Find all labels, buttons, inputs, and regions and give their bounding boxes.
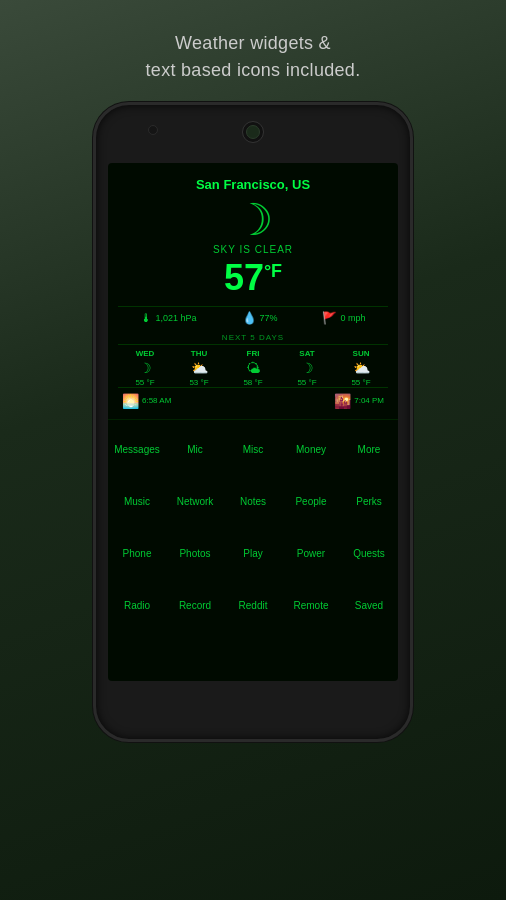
wed-label: WED <box>136 349 155 358</box>
temp-unit: °F <box>264 261 282 281</box>
sat-icon: ☽ <box>301 360 314 376</box>
wed-temp: 55 °F <box>135 378 154 387</box>
forecast-fri: FRI 🌤 58 °F <box>243 349 262 387</box>
app-item-perks[interactable]: Perks <box>340 476 398 528</box>
app-item-record[interactable]: Record <box>166 580 224 632</box>
sky-status: SKY IS CLEAR <box>213 244 293 255</box>
app-item-more[interactable]: More <box>340 424 398 476</box>
phone-screen: San Francisco, US ☽ SKY IS CLEAR 57°F 🌡 … <box>108 163 398 681</box>
app-item-remote[interactable]: Remote <box>282 580 340 632</box>
sun-label: SUN <box>353 349 370 358</box>
app-item-people[interactable]: People <box>282 476 340 528</box>
sunset-icon: 🌇 <box>334 393 351 409</box>
forecast-thu: THU ⛅ 53 °F <box>189 349 208 387</box>
stat-wind: 🚩 0 mph <box>322 311 365 325</box>
humidity-value: 77% <box>260 313 278 323</box>
forecast-sat: SAT ☽ 55 °F <box>297 349 316 387</box>
app-item-mic[interactable]: Mic <box>166 424 224 476</box>
app-item-notes[interactable]: Notes <box>224 476 282 528</box>
sunrise-sunset-row: 🌅 6:58 AM 🌇 7:04 PM <box>118 387 388 411</box>
app-item-music[interactable]: Music <box>108 476 166 528</box>
thu-label: THU <box>191 349 207 358</box>
pressure-icon: 🌡 <box>140 311 152 325</box>
app-item-misc[interactable]: Misc <box>224 424 282 476</box>
wind-value: 0 mph <box>340 313 365 323</box>
pressure-value: 1,021 hPa <box>155 313 196 323</box>
forecast-wed: WED ☽ 55 °F <box>135 349 154 387</box>
front-camera <box>242 121 264 143</box>
sunset-time: 7:04 PM <box>354 396 384 405</box>
sun-temp: 55 °F <box>351 378 370 387</box>
sunset-item: 🌇 7:04 PM <box>334 393 384 409</box>
app-item-network[interactable]: Network <box>166 476 224 528</box>
phone-frame: San Francisco, US ☽ SKY IS CLEAR 57°F 🌡 … <box>93 102 413 742</box>
sat-temp: 55 °F <box>297 378 316 387</box>
app-item-phone[interactable]: Phone <box>108 528 166 580</box>
weather-widget: San Francisco, US ☽ SKY IS CLEAR 57°F 🌡 … <box>108 163 398 420</box>
app-item-photos[interactable]: Photos <box>166 528 224 580</box>
app-item-power[interactable]: Power <box>282 528 340 580</box>
header-line2: text based icons included. <box>146 60 361 80</box>
weather-icon: ☽ <box>234 198 273 242</box>
app-item-play[interactable]: Play <box>224 528 282 580</box>
phone-device: San Francisco, US ☽ SKY IS CLEAR 57°F 🌡 … <box>93 102 413 742</box>
fri-label: FRI <box>247 349 260 358</box>
fri-temp: 58 °F <box>243 378 262 387</box>
temperature-display: 57°F <box>224 258 282 298</box>
header-line1: Weather widgets & <box>175 33 331 53</box>
wind-icon: 🚩 <box>322 311 337 325</box>
front-sensor <box>148 125 158 135</box>
app-item-money[interactable]: Money <box>282 424 340 476</box>
header-text: Weather widgets & text based icons inclu… <box>146 30 361 84</box>
city-name: San Francisco, US <box>196 177 310 192</box>
fri-icon: 🌤 <box>246 360 260 376</box>
app-item-radio[interactable]: Radio <box>108 580 166 632</box>
sunrise-item: 🌅 6:58 AM <box>122 393 171 409</box>
app-grid: MessagesMicMiscMoneyMoreMusicNetworkNote… <box>108 420 398 636</box>
forecast-sun: SUN ⛅ 55 °F <box>351 349 370 387</box>
forecast-label: NEXT 5 DAYS <box>222 333 284 342</box>
thu-icon: ⛅ <box>191 360 208 376</box>
app-item-messages[interactable]: Messages <box>108 424 166 476</box>
app-item-saved[interactable]: Saved <box>340 580 398 632</box>
app-grid-section: MessagesMicMiscMoneyMoreMusicNetworkNote… <box>108 420 398 636</box>
thu-temp: 53 °F <box>189 378 208 387</box>
stat-humidity: 💧 77% <box>242 311 278 325</box>
stat-pressure: 🌡 1,021 hPa <box>140 311 196 325</box>
wed-icon: ☽ <box>139 360 152 376</box>
weather-stats-row: 🌡 1,021 hPa 💧 77% 🚩 0 mph <box>118 306 388 329</box>
app-item-quests[interactable]: Quests <box>340 528 398 580</box>
sunrise-icon: 🌅 <box>122 393 139 409</box>
sun-icon: ⛅ <box>353 360 370 376</box>
forecast-row: WED ☽ 55 °F THU ⛅ 53 °F FRI 🌤 58 °F <box>118 344 388 387</box>
app-item-reddit[interactable]: Reddit <box>224 580 282 632</box>
temp-value: 57 <box>224 257 264 298</box>
sat-label: SAT <box>299 349 314 358</box>
sunrise-time: 6:58 AM <box>142 396 171 405</box>
humidity-icon: 💧 <box>242 311 257 325</box>
